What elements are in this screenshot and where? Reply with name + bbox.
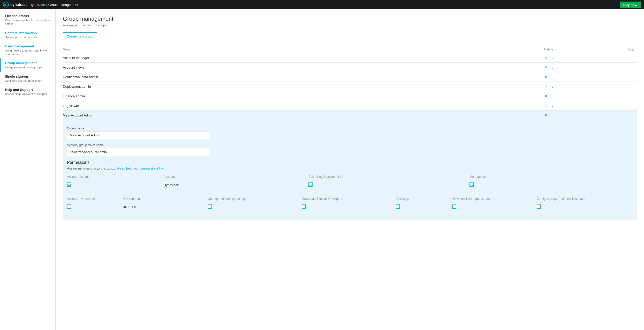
col-group: Group [63, 46, 419, 53]
delete-icon[interactable]: ✕ [544, 75, 548, 79]
col-access-environment: Access environment [67, 196, 123, 202]
configure-capture-checkbox[interactable] [537, 204, 541, 209]
chevron-down-icon[interactable]: ⌄ [551, 75, 554, 79]
chevron-down-icon[interactable]: ⌄ [551, 84, 554, 89]
access-env-checkbox-cell [67, 202, 123, 212]
delete-icon[interactable]: ✕ [544, 104, 548, 108]
sidebar-item-contact-information[interactable]: Contact information Update your company … [0, 28, 55, 42]
layout: License details View license quotas & co… [0, 9, 644, 330]
group-table-header: Group Delete Edit [63, 46, 637, 53]
breadcrumb-current: Group management [48, 3, 78, 7]
col-configure-capture: Configure capture of sensitive data [537, 196, 631, 202]
environment-name-cell: ldl00205 [123, 202, 208, 212]
row-actions: ✕ ⌄ [419, 91, 556, 101]
sidebar-item-group-management[interactable]: Group management Assign permissions to g… [0, 58, 55, 72]
table-row: Deployment admin ✕ ⌄ [63, 82, 637, 91]
col-change-monitoring: Change monitoring settings [208, 196, 302, 202]
security-claim-input[interactable] [67, 148, 209, 156]
table-row: Account manager ✕ ⌄ [63, 53, 637, 63]
manage-users-checkbox-cell [469, 180, 631, 190]
dynatrace-logo-icon: DT [3, 2, 9, 8]
manage-users-checkbox[interactable] [469, 182, 474, 187]
col-environment: Environment [123, 196, 208, 202]
create-new-group-button[interactable]: Create new group [63, 32, 97, 40]
delete-icon[interactable]: ✕ [544, 94, 548, 98]
col-access-account: Access account [67, 174, 164, 180]
sidebar-item-help-and-support-desc: Access Help, Answers or Support [5, 92, 51, 96]
sidebar-item-help-and-support[interactable]: Help and Support Access Help, Answers or… [0, 85, 55, 98]
account-perm-header: Access account Account Edit billing & ac… [67, 174, 631, 180]
view-logs-checkbox[interactable] [396, 204, 400, 209]
view-sensitive-checkbox[interactable] [452, 204, 456, 209]
chevron-down-icon[interactable]: ⌄ [551, 65, 554, 69]
env-perm-row: ldl00205 [67, 202, 631, 212]
page-subtitle: Assign permissions to groups [63, 23, 637, 27]
chevron-down-icon[interactable]: ⌄ [551, 56, 554, 60]
row-actions: ✕ ⌄ [419, 63, 556, 72]
change-monitoring-checkbox[interactable] [208, 204, 212, 209]
chevron-down-icon[interactable]: ⌄ [551, 104, 554, 108]
row-actions: ✕ ⌄ [419, 101, 556, 111]
need-help-link[interactable]: Need help with permissions? [117, 166, 160, 170]
delete-icon[interactable]: ✕ [544, 84, 548, 89]
edit-billing-checkbox-cell [308, 180, 469, 190]
sidebar-item-contact-information-title: Contact information [5, 31, 51, 35]
access-account-checkbox[interactable] [67, 182, 71, 187]
sidebar-item-user-management-title: User management [5, 44, 51, 48]
chevron-up-icon[interactable]: ⌃ [551, 113, 554, 117]
access-account-checkbox-cell [67, 180, 164, 190]
sidebar: License details View license quotas & co… [0, 9, 56, 330]
table-row-expanded: Main Account Admin ✕ ⌃ [63, 111, 637, 120]
account-perm-row: Dynatrace [67, 180, 631, 190]
group-name-account-manager: Account manager [63, 53, 419, 63]
group-name-log-viewer: Log viewer [63, 101, 419, 111]
group-name-main-account-admin: Main Account Admin [63, 111, 419, 120]
main-content: Group management Assign permissions to g… [56, 9, 644, 330]
sidebar-item-license-details-desc: View license quotas & consumption detail… [5, 18, 51, 26]
view-sensitive-checkbox-cell [452, 202, 537, 212]
group-name-finance-admin: Finance admin [63, 91, 419, 101]
delete-icon[interactable]: ✕ [544, 65, 548, 69]
sidebar-item-user-management-desc: Assign users to groups and invite new us… [5, 49, 51, 56]
edit-billing-checkbox[interactable] [308, 182, 313, 187]
row-actions: ✕ ⌄ [419, 53, 556, 63]
col-manage-users: Manage users [469, 174, 631, 180]
permissions-title: Permissions [67, 160, 631, 165]
access-environment-checkbox[interactable] [67, 204, 71, 209]
group-name-input[interactable] [67, 131, 209, 139]
col-edit-billing: Edit billing & account info [308, 174, 469, 180]
col-edit: Edit [556, 46, 637, 53]
sidebar-item-user-management[interactable]: User management Assign users to groups a… [0, 42, 55, 59]
table-row: Finance admin ✕ ⌄ [63, 91, 637, 101]
delete-icon[interactable]: ✕ [544, 56, 548, 60]
sidebar-item-group-management-desc: Assign permissions to groups [5, 65, 51, 69]
col-delete: Delete [419, 46, 556, 53]
sidebar-item-license-details[interactable]: License details View license quotas & co… [0, 11, 55, 28]
sidebar-item-group-management-title: Group management [5, 61, 51, 65]
chevron-down-icon[interactable]: ⌄ [551, 94, 554, 98]
svg-text:DT: DT [4, 4, 7, 6]
row-actions: ✕ ⌄ [419, 82, 556, 91]
delete-icon[interactable]: ✕ [544, 113, 548, 117]
group-table: Group Delete Edit Account manager ✕ ⌄ [63, 46, 637, 220]
permissions-section: Permissions Assign permissions to this g… [67, 160, 631, 212]
group-name-field-group: Group name [67, 127, 631, 139]
breadcrumb-separator: › [46, 2, 47, 7]
group-name-confidential-data-admin: Confidential data admin [63, 72, 419, 82]
env-perm-body: ldl00205 [67, 202, 631, 212]
download-install-checkbox[interactable] [302, 204, 306, 209]
top-nav-left: DT dynatrace Dynatrace › Group managemen… [3, 2, 78, 8]
page-title: Group management [63, 16, 637, 22]
sidebar-item-single-sign-on[interactable]: Single sign-on Configure user authentica… [0, 72, 55, 85]
sidebar-item-single-sign-on-desc: Configure user authentication [5, 79, 51, 83]
row-actions-expanded: ✕ ⌃ [419, 111, 556, 120]
group-table-body: Account manager ✕ ⌄ Account viewer ✕ ⌄ [63, 53, 637, 220]
group-name-label: Group name [67, 127, 631, 130]
table-row: Log viewer ✕ ⌄ [63, 101, 637, 111]
sidebar-item-single-sign-on-title: Single sign-on [5, 75, 51, 78]
view-logs-checkbox-cell [396, 202, 452, 212]
table-row: Confidential data admin ✕ ⌄ [63, 72, 637, 82]
expanded-detail-row: Group name Security group claim name Per… [63, 120, 637, 220]
sidebar-item-license-details-title: License details [5, 14, 51, 18]
buy-now-button[interactable]: Buy now [620, 2, 641, 8]
